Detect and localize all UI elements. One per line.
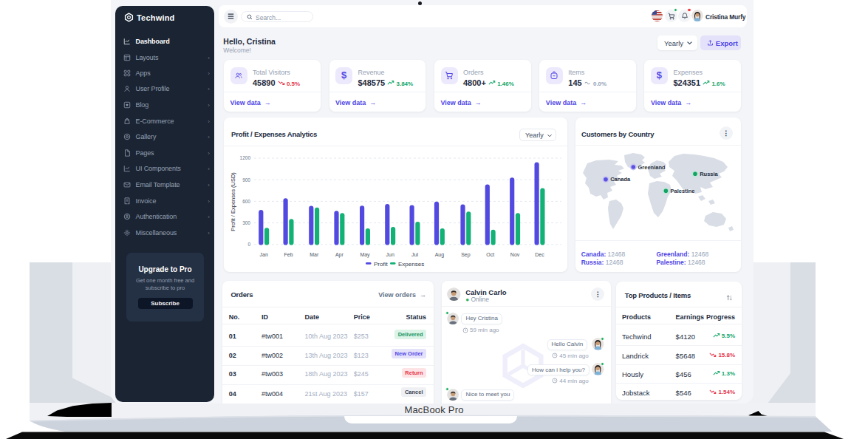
svg-text:Profit: Profit: [374, 261, 388, 268]
svg-text:600: 600: [242, 199, 250, 204]
svg-text:Apr: Apr: [335, 252, 344, 258]
svg-text:Profit / Expenses (USD): Profit / Expenses (USD): [230, 172, 236, 231]
svg-text:Palestine: Palestine: [671, 188, 695, 194]
svg-text:Jan: Jan: [259, 252, 267, 257]
svg-text:Greenland: Greenland: [638, 164, 666, 171]
svg-text:May: May: [360, 252, 370, 258]
svg-text:Canada: Canada: [610, 176, 631, 183]
svg-text:Nov: Nov: [510, 252, 519, 257]
svg-text:1200: 1200: [239, 155, 250, 160]
svg-text:Jun: Jun: [386, 252, 394, 257]
svg-text:Expenses: Expenses: [398, 261, 424, 268]
svg-text:Russia: Russia: [700, 171, 718, 177]
svg-text:Feb: Feb: [284, 252, 293, 257]
svg-text:Dec: Dec: [535, 252, 544, 257]
svg-text:Oct: Oct: [486, 252, 494, 257]
svg-text:300: 300: [242, 220, 250, 225]
svg-text:Jul: Jul: [411, 252, 418, 257]
svg-text:0: 0: [247, 242, 250, 247]
svg-text:Mar: Mar: [310, 252, 319, 257]
svg-text:Aug: Aug: [434, 252, 444, 258]
svg-text:Sep: Sep: [461, 252, 471, 258]
svg-text:900: 900: [242, 177, 250, 183]
